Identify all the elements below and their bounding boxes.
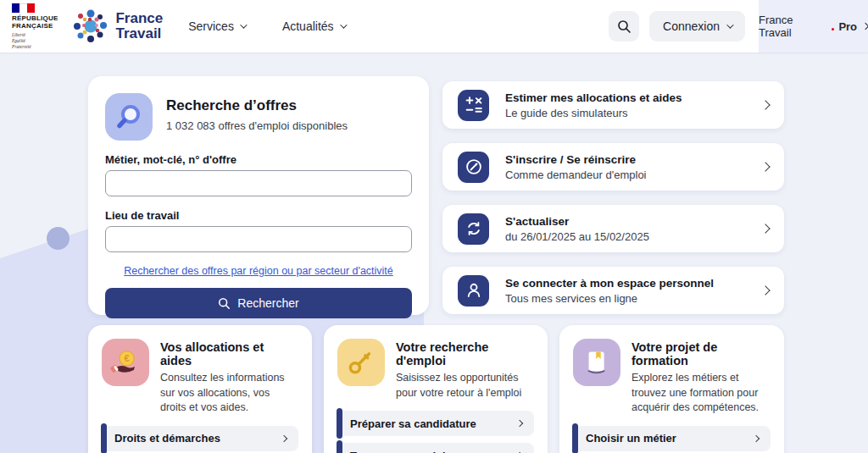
quick-link-inscription[interactable]: S'inscrire / Se réinscrire Comme demande… — [442, 143, 784, 191]
link-trouver-un-emploi[interactable]: Trouver un emploi — [337, 443, 534, 453]
search-submit-button[interactable]: Rechercher — [105, 288, 412, 318]
quick-link-title: Se connecter à mon espace personnel — [505, 277, 714, 290]
nav-actualites-label: Actualités — [282, 19, 334, 33]
search-icon — [617, 19, 632, 34]
calculator-icon — [458, 90, 489, 121]
euro-hand-icon: € — [102, 339, 149, 386]
link-choisir-un-metier[interactable]: Choisir un métier — [573, 426, 771, 451]
chevron-right-icon — [760, 285, 770, 295]
work-location-label: Lieu de travail — [105, 209, 412, 222]
category-title: Votre recherche d'emploi — [396, 339, 534, 367]
quick-link-title: S'actualiser — [505, 215, 649, 228]
search-icon — [218, 297, 231, 310]
french-flag-icon — [12, 3, 35, 13]
work-location-input[interactable] — [105, 226, 412, 252]
quick-link-actualiser[interactable]: S'actualiser du 26/01/2025 au 15/02/2025 — [442, 205, 784, 252]
search-by-region-link[interactable]: Rechercher des offres par région ou par … — [105, 265, 412, 277]
quick-link-subtitle: Le guide des simulateurs — [505, 107, 682, 119]
pro-link-bold: Pro — [838, 20, 857, 33]
liberte-egalite-fraternite-label: LibertéÉgalitéFraternité — [12, 32, 58, 50]
background-circle-decor — [47, 227, 70, 250]
quick-link-title: Estimer mes allocations et aides — [505, 91, 682, 104]
chevron-right-icon — [760, 100, 770, 109]
projet-formation-card: Votre projet de formation Explorez les m… — [559, 325, 784, 453]
link-preparer-sa-candidature[interactable]: Préparer sa candidature — [337, 411, 534, 436]
nav-services-label: Services — [188, 19, 234, 33]
job-keyword-input[interactable] — [105, 170, 412, 196]
book-icon — [573, 339, 620, 386]
header-right: Connexion France Travail Pro — [609, 0, 868, 52]
republique-francaise-label: RÉPUBLIQUEFRANÇAISE — [12, 14, 58, 30]
chevron-down-icon — [726, 21, 733, 28]
chevron-right-icon — [760, 224, 770, 233]
chevron-right-icon — [753, 434, 760, 441]
chevron-right-icon — [516, 420, 523, 427]
compass-icon — [458, 152, 489, 183]
header-search-button[interactable] — [609, 11, 639, 41]
connexion-button[interactable]: Connexion — [649, 11, 745, 41]
item-label: Trouver un emploi — [350, 450, 446, 453]
link-droits-et-demarches[interactable]: Droits et démarches — [102, 426, 298, 451]
item-label: Choisir un métier — [586, 432, 676, 445]
chevron-down-icon — [340, 21, 347, 28]
item-label: Droits et démarches — [114, 432, 220, 445]
category-description: Explorez les métiers et trouvez une form… — [632, 371, 771, 416]
pro-link-prefix: France Travail — [759, 14, 827, 39]
pro-link[interactable]: France Travail Pro — [759, 0, 868, 52]
header: RÉPUBLIQUEFRANÇAISE LibertéÉgalitéFrater… — [0, 0, 868, 52]
search-offers-icon — [105, 93, 153, 141]
chevron-down-icon — [240, 21, 247, 28]
chevron-right-icon — [862, 23, 868, 30]
chevron-right-icon — [281, 434, 287, 441]
red-dot-icon — [832, 28, 834, 30]
key-icon — [337, 339, 385, 386]
allocations-card: € Vos allocations et aides Consultez les… — [88, 325, 312, 453]
search-submit-label: Rechercher — [237, 296, 298, 310]
quick-link-estimer-allocations[interactable]: Estimer mes allocations et aides Le guid… — [442, 81, 784, 129]
search-card-title: Recherche d’offres — [166, 97, 348, 114]
chevron-right-icon — [760, 162, 770, 171]
offer-search-card: Recherche d’offres 1 032 083 offres d'em… — [88, 76, 429, 315]
france-travail-wordmark: FranceTravail — [115, 11, 163, 41]
gouv-logo[interactable]: RÉPUBLIQUEFRANÇAISE LibertéÉgalitéFrater… — [12, 3, 58, 50]
nav-services[interactable]: Services — [188, 19, 245, 33]
france-travail-logo[interactable]: FranceTravail — [71, 7, 163, 46]
refresh-icon — [458, 213, 489, 245]
category-title: Vos allocations et aides — [160, 339, 298, 367]
category-description: Consultez les informations sur vos alloc… — [160, 371, 298, 416]
connexion-label: Connexion — [663, 19, 720, 33]
person-icon — [458, 275, 489, 307]
svg-text:€: € — [125, 353, 130, 363]
category-title: Votre projet de formation — [632, 339, 771, 367]
quick-link-subtitle: du 26/01/2025 au 15/02/2025 — [505, 230, 649, 243]
france-travail-dots-icon — [71, 7, 110, 46]
quick-link-subtitle: Comme demandeur d'emploi — [505, 168, 647, 181]
recherche-emploi-card: Votre recherche d'emploi Saisissez les o… — [324, 325, 548, 453]
offers-count: 1 032 083 offres d'emploi disponibles — [166, 119, 348, 132]
quick-link-title: S'inscrire / Se réinscrire — [505, 153, 647, 166]
nav-actualites[interactable]: Actualités — [282, 19, 345, 33]
item-label: Préparer sa candidature — [350, 417, 476, 430]
quick-link-subtitle: Tous mes services en ligne — [505, 292, 714, 305]
category-description: Saisissez les opportunités pour votre re… — [396, 371, 534, 401]
main-nav: Services Actualités — [188, 19, 344, 33]
quick-link-espace-personnel[interactable]: Se connecter à mon espace personnel Tous… — [442, 267, 784, 314]
job-keyword-label: Métier, mot-clé, n° d'offre — [105, 153, 412, 166]
